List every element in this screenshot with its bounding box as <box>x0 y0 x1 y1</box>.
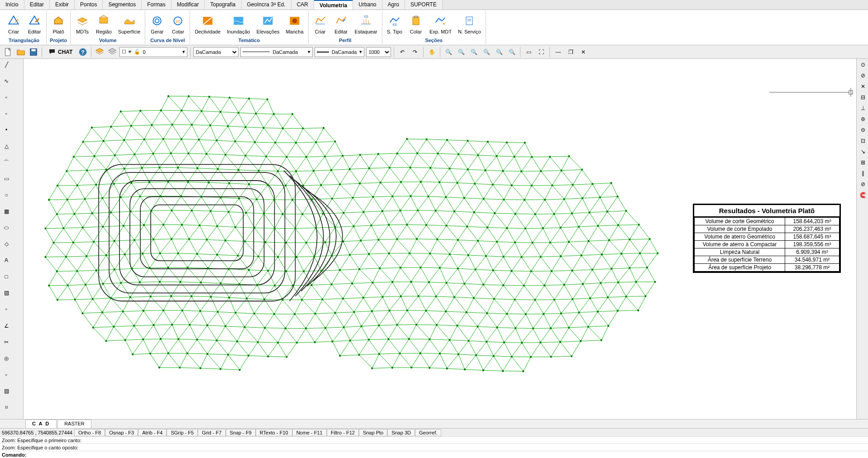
close-icon[interactable]: ✕ <box>578 47 589 57</box>
menu-tab-volumetria[interactable]: Volumetria <box>314 0 353 10</box>
square-tool-icon[interactable]: □ <box>1 272 12 281</box>
ribbon-plato[interactable]: Platô <box>49 13 67 35</box>
drawing-canvas[interactable]: Resultados - Volumetria Platô Volume de … <box>24 59 856 419</box>
lineweight2-selector[interactable]: DaCamada▾ <box>315 47 364 57</box>
status-snap[interactable]: Snap - F9 <box>226 429 256 436</box>
layers-icon[interactable] <box>94 47 105 57</box>
ribbon-criar-perfil[interactable]: Criar <box>311 13 329 35</box>
rect-tool-icon[interactable]: ▭ <box>1 174 12 184</box>
open-icon[interactable] <box>15 47 26 57</box>
status-snap[interactable]: Snap Pto <box>359 429 387 436</box>
bottom-tab-raster[interactable]: RASTER <box>57 420 91 428</box>
menu-tab-agro[interactable]: Agro <box>382 0 405 10</box>
ribbon-inundacao[interactable]: Inundação <box>225 13 252 35</box>
menu-tab-pontos[interactable]: Pontos <box>75 0 103 10</box>
cut-tool-icon[interactable]: ✂ <box>1 337 12 347</box>
status-snap[interactable]: Snap 3D <box>387 429 415 436</box>
endpoint-snap-icon[interactable]: ⊙ <box>858 60 868 70</box>
status-osnap[interactable]: Osnap - F3 <box>105 429 138 436</box>
snap-snap-icon[interactable]: ✕ <box>858 81 868 91</box>
text-tool-icon[interactable]: A <box>1 255 12 265</box>
menu-tab-car[interactable]: CAR <box>291 0 314 10</box>
status-sgrip[interactable]: SGrip - F5 <box>167 429 198 436</box>
rect3-tool-icon[interactable]: ▫ <box>1 370 12 380</box>
status-nome[interactable]: Nome - F11 <box>292 429 327 436</box>
none-snap-icon[interactable]: ⊘ <box>858 179 868 189</box>
ribbon-expmdt[interactable]: Exp. MDT <box>428 13 453 35</box>
menu-tab-modificar[interactable]: Modificar <box>172 0 205 10</box>
pan-icon[interactable]: ✋ <box>426 47 437 57</box>
midpoint-snap-icon[interactable]: ⊘ <box>858 71 868 81</box>
ribbon-superficie[interactable]: Superfície <box>116 13 143 35</box>
node-snap-icon[interactable]: ⊡ <box>858 136 868 146</box>
status-georref.[interactable]: Georref. <box>415 429 441 436</box>
line-tool-icon[interactable]: ╱ <box>1 60 12 70</box>
layer-selector[interactable]: ☐ ☀ 🔓0▾ <box>119 47 187 57</box>
ribbon-gerar[interactable]: Gerar <box>148 13 166 35</box>
menu-tab-exibir[interactable]: Exibir <box>50 0 75 10</box>
ribbon-estaquear[interactable]: E0Estaquear <box>353 13 379 35</box>
curve-tool-icon[interactable]: ⌒ <box>1 157 12 167</box>
ribbon-colar[interactable]: Colar <box>407 13 425 35</box>
insert-snap-icon[interactable]: ⊞ <box>858 157 868 167</box>
zoom-previous-icon[interactable]: 🔍 <box>494 47 505 57</box>
rect2-tool-icon[interactable]: ▫ <box>1 304 12 314</box>
status-ortho[interactable]: Ortho - F8 <box>74 429 105 436</box>
near-snap-icon[interactable]: ↘ <box>858 147 868 157</box>
select-window-icon[interactable]: ▭ <box>523 47 534 57</box>
menu-tab-segmentos[interactable]: Segmentos <box>103 0 142 10</box>
break-snap-icon[interactable]: ⊟ <box>858 92 868 102</box>
center-snap-icon[interactable]: ⊚ <box>858 114 868 124</box>
parallel-snap-icon[interactable]: ∥ <box>858 168 868 178</box>
restore-icon[interactable]: ❐ <box>565 47 576 57</box>
menu-tab-urbano[interactable]: Urbano <box>353 0 382 10</box>
menu-tab-suporte[interactable]: SUPORTE <box>405 0 443 10</box>
donut-tool-icon[interactable]: ◎ <box>1 353 12 363</box>
zoom-in-icon[interactable]: 🔍 <box>443 47 454 57</box>
diamond-tool-icon[interactable]: ◇ <box>1 239 12 249</box>
lineweight-selector[interactable]: DaCamada▾ <box>240 47 313 57</box>
perp-snap-icon[interactable]: ⊥ <box>858 103 868 113</box>
arc-right-tool-icon[interactable]: ▫ <box>1 109 12 119</box>
command-prompt[interactable]: Comando: <box>0 451 868 458</box>
ribbon-editar-tri[interactable]: Editar <box>25 13 43 35</box>
linetype-selector[interactable]: DaCamada <box>193 47 238 57</box>
magnet-snap-icon[interactable]: 🧲 <box>858 190 868 200</box>
menu-tab-formas[interactable]: Formas <box>142 0 172 10</box>
hatch-tool-icon[interactable]: ▧ <box>1 386 12 396</box>
ellipse-tool-icon[interactable]: ⬭ <box>1 223 12 233</box>
triangle-tool-icon[interactable]: △ <box>1 141 12 151</box>
status-grid[interactable]: Grid - F7 <box>198 429 225 436</box>
menu-tab-topografia[interactable]: Topografia <box>205 0 241 10</box>
ribbon-editar-perfil[interactable]: Editar <box>332 13 350 35</box>
ribbon-mancha[interactable]: Mancha <box>284 13 305 35</box>
zoom-window-icon[interactable]: 🔍 <box>468 47 479 57</box>
new-icon[interactable] <box>3 47 14 57</box>
ribbon-regiao[interactable]: Região <box>94 13 114 35</box>
crop-tool-icon[interactable]: ⌗ <box>1 402 12 412</box>
save-icon[interactable] <box>28 47 39 57</box>
bottom-tab-cad[interactable]: C A D <box>25 420 57 428</box>
scale-selector[interactable]: 1000 <box>366 47 391 57</box>
status-rtexto[interactable]: RTexto - F10 <box>256 429 292 436</box>
grid-tool-icon[interactable]: ▦ <box>1 206 12 216</box>
circle-tool-icon[interactable]: ○ <box>1 190 12 200</box>
help-icon[interactable]: ? <box>77 47 88 57</box>
tangent-snap-icon[interactable]: ⊖ <box>858 125 868 135</box>
status-filtro[interactable]: Filtro - F12 <box>327 429 359 436</box>
menu-tab-geoincra3ed[interactable]: GeoIncra 3ª Ed. <box>242 0 291 10</box>
angle-tool-icon[interactable]: ∠ <box>1 321 12 331</box>
zoom-extents-icon[interactable]: 🔍 <box>481 47 492 57</box>
zoom-out-icon[interactable]: 🔍 <box>456 47 467 57</box>
ribbon-nservico[interactable]: N. Serviço <box>456 13 483 35</box>
chat-button[interactable]: CHAT <box>45 47 76 57</box>
ribbon-criar-tri[interactable]: Criar <box>5 13 23 35</box>
arc-left-tool-icon[interactable]: ▫ <box>1 92 12 102</box>
menu-tab-editar[interactable]: Editar <box>24 0 50 10</box>
layer-states-icon[interactable] <box>107 47 118 57</box>
paint-tool-icon[interactable]: ▨ <box>1 288 12 298</box>
status-atrib[interactable]: Atrib - F4 <box>138 429 167 436</box>
ribbon-mdts[interactable]: MDTs <box>73 13 91 35</box>
undo-icon[interactable]: ↶ <box>397 47 408 57</box>
ribbon-elevacoes[interactable]: Elevações <box>255 13 281 35</box>
